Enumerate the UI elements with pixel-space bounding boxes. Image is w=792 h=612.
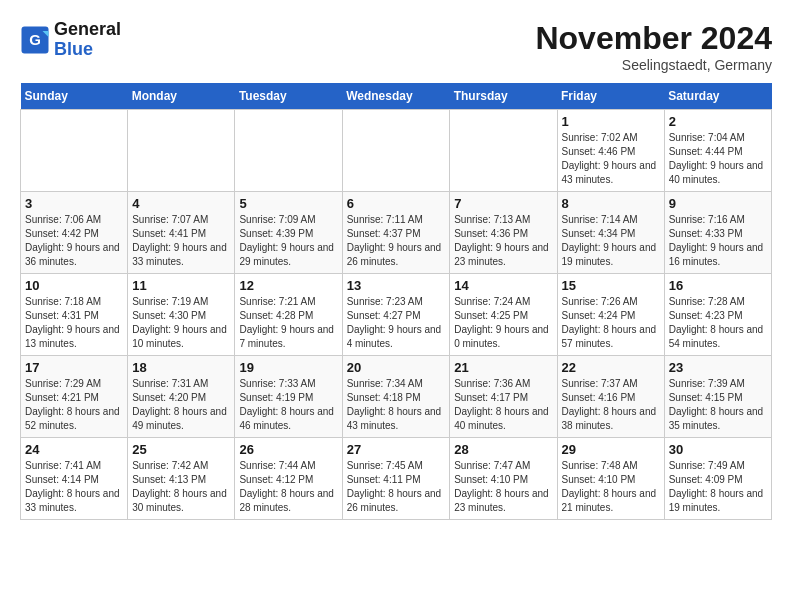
day-info: Sunrise: 7:19 AMSunset: 4:30 PMDaylight:…	[132, 295, 230, 351]
calendar-cell: 1Sunrise: 7:02 AMSunset: 4:46 PMDaylight…	[557, 110, 664, 192]
day-number: 22	[562, 360, 660, 375]
day-info: Sunrise: 7:47 AMSunset: 4:10 PMDaylight:…	[454, 459, 552, 515]
day-info: Sunrise: 7:42 AMSunset: 4:13 PMDaylight:…	[132, 459, 230, 515]
calendar-cell: 30Sunrise: 7:49 AMSunset: 4:09 PMDayligh…	[664, 438, 771, 520]
day-info: Sunrise: 7:21 AMSunset: 4:28 PMDaylight:…	[239, 295, 337, 351]
calendar-cell: 26Sunrise: 7:44 AMSunset: 4:12 PMDayligh…	[235, 438, 342, 520]
day-number: 20	[347, 360, 446, 375]
calendar-cell: 18Sunrise: 7:31 AMSunset: 4:20 PMDayligh…	[128, 356, 235, 438]
day-number: 3	[25, 196, 123, 211]
calendar-cell: 11Sunrise: 7:19 AMSunset: 4:30 PMDayligh…	[128, 274, 235, 356]
day-info: Sunrise: 7:14 AMSunset: 4:34 PMDaylight:…	[562, 213, 660, 269]
calendar-cell: 22Sunrise: 7:37 AMSunset: 4:16 PMDayligh…	[557, 356, 664, 438]
day-info: Sunrise: 7:24 AMSunset: 4:25 PMDaylight:…	[454, 295, 552, 351]
calendar-cell: 29Sunrise: 7:48 AMSunset: 4:10 PMDayligh…	[557, 438, 664, 520]
calendar-cell: 23Sunrise: 7:39 AMSunset: 4:15 PMDayligh…	[664, 356, 771, 438]
day-number: 5	[239, 196, 337, 211]
day-info: Sunrise: 7:02 AMSunset: 4:46 PMDaylight:…	[562, 131, 660, 187]
day-number: 30	[669, 442, 767, 457]
day-number: 10	[25, 278, 123, 293]
day-number: 16	[669, 278, 767, 293]
day-number: 25	[132, 442, 230, 457]
calendar-cell: 21Sunrise: 7:36 AMSunset: 4:17 PMDayligh…	[450, 356, 557, 438]
day-number: 26	[239, 442, 337, 457]
weekday-header: Monday	[128, 83, 235, 110]
calendar-cell: 6Sunrise: 7:11 AMSunset: 4:37 PMDaylight…	[342, 192, 450, 274]
day-number: 13	[347, 278, 446, 293]
calendar-cell: 20Sunrise: 7:34 AMSunset: 4:18 PMDayligh…	[342, 356, 450, 438]
day-info: Sunrise: 7:44 AMSunset: 4:12 PMDaylight:…	[239, 459, 337, 515]
calendar-cell: 16Sunrise: 7:28 AMSunset: 4:23 PMDayligh…	[664, 274, 771, 356]
day-number: 1	[562, 114, 660, 129]
day-info: Sunrise: 7:07 AMSunset: 4:41 PMDaylight:…	[132, 213, 230, 269]
calendar-cell: 25Sunrise: 7:42 AMSunset: 4:13 PMDayligh…	[128, 438, 235, 520]
title-block: November 2024 Seelingstaedt, Germany	[535, 20, 772, 73]
calendar-cell: 8Sunrise: 7:14 AMSunset: 4:34 PMDaylight…	[557, 192, 664, 274]
logo-line2: Blue	[54, 40, 121, 60]
weekday-header: Sunday	[21, 83, 128, 110]
day-info: Sunrise: 7:29 AMSunset: 4:21 PMDaylight:…	[25, 377, 123, 433]
day-info: Sunrise: 7:13 AMSunset: 4:36 PMDaylight:…	[454, 213, 552, 269]
weekday-header: Wednesday	[342, 83, 450, 110]
day-info: Sunrise: 7:28 AMSunset: 4:23 PMDaylight:…	[669, 295, 767, 351]
day-number: 4	[132, 196, 230, 211]
calendar-week-row: 24Sunrise: 7:41 AMSunset: 4:14 PMDayligh…	[21, 438, 772, 520]
day-number: 28	[454, 442, 552, 457]
calendar-cell: 28Sunrise: 7:47 AMSunset: 4:10 PMDayligh…	[450, 438, 557, 520]
calendar-cell	[128, 110, 235, 192]
calendar-cell: 10Sunrise: 7:18 AMSunset: 4:31 PMDayligh…	[21, 274, 128, 356]
calendar-cell: 24Sunrise: 7:41 AMSunset: 4:14 PMDayligh…	[21, 438, 128, 520]
day-info: Sunrise: 7:18 AMSunset: 4:31 PMDaylight:…	[25, 295, 123, 351]
day-info: Sunrise: 7:49 AMSunset: 4:09 PMDaylight:…	[669, 459, 767, 515]
calendar-week-row: 3Sunrise: 7:06 AMSunset: 4:42 PMDaylight…	[21, 192, 772, 274]
day-number: 17	[25, 360, 123, 375]
day-number: 8	[562, 196, 660, 211]
day-info: Sunrise: 7:48 AMSunset: 4:10 PMDaylight:…	[562, 459, 660, 515]
day-number: 24	[25, 442, 123, 457]
logo-icon: G	[20, 25, 50, 55]
weekday-header: Friday	[557, 83, 664, 110]
calendar-week-row: 10Sunrise: 7:18 AMSunset: 4:31 PMDayligh…	[21, 274, 772, 356]
calendar-cell: 9Sunrise: 7:16 AMSunset: 4:33 PMDaylight…	[664, 192, 771, 274]
day-info: Sunrise: 7:41 AMSunset: 4:14 PMDaylight:…	[25, 459, 123, 515]
day-number: 11	[132, 278, 230, 293]
day-info: Sunrise: 7:26 AMSunset: 4:24 PMDaylight:…	[562, 295, 660, 351]
logo: G General Blue	[20, 20, 121, 60]
day-info: Sunrise: 7:36 AMSunset: 4:17 PMDaylight:…	[454, 377, 552, 433]
day-number: 2	[669, 114, 767, 129]
day-number: 19	[239, 360, 337, 375]
day-info: Sunrise: 7:23 AMSunset: 4:27 PMDaylight:…	[347, 295, 446, 351]
day-info: Sunrise: 7:16 AMSunset: 4:33 PMDaylight:…	[669, 213, 767, 269]
day-number: 29	[562, 442, 660, 457]
day-info: Sunrise: 7:39 AMSunset: 4:15 PMDaylight:…	[669, 377, 767, 433]
page-header: G General Blue November 2024 Seelingstae…	[20, 20, 772, 73]
day-number: 9	[669, 196, 767, 211]
day-info: Sunrise: 7:04 AMSunset: 4:44 PMDaylight:…	[669, 131, 767, 187]
calendar-cell: 3Sunrise: 7:06 AMSunset: 4:42 PMDaylight…	[21, 192, 128, 274]
calendar-cell	[235, 110, 342, 192]
day-number: 6	[347, 196, 446, 211]
calendar-cell	[342, 110, 450, 192]
logo-line1: General	[54, 20, 121, 40]
day-info: Sunrise: 7:11 AMSunset: 4:37 PMDaylight:…	[347, 213, 446, 269]
calendar-cell: 12Sunrise: 7:21 AMSunset: 4:28 PMDayligh…	[235, 274, 342, 356]
day-number: 23	[669, 360, 767, 375]
month-title: November 2024	[535, 20, 772, 57]
day-info: Sunrise: 7:37 AMSunset: 4:16 PMDaylight:…	[562, 377, 660, 433]
calendar-cell	[450, 110, 557, 192]
calendar-week-row: 1Sunrise: 7:02 AMSunset: 4:46 PMDaylight…	[21, 110, 772, 192]
calendar-week-row: 17Sunrise: 7:29 AMSunset: 4:21 PMDayligh…	[21, 356, 772, 438]
calendar-cell: 17Sunrise: 7:29 AMSunset: 4:21 PMDayligh…	[21, 356, 128, 438]
calendar-cell: 4Sunrise: 7:07 AMSunset: 4:41 PMDaylight…	[128, 192, 235, 274]
day-info: Sunrise: 7:06 AMSunset: 4:42 PMDaylight:…	[25, 213, 123, 269]
weekday-header: Thursday	[450, 83, 557, 110]
weekday-header-row: SundayMondayTuesdayWednesdayThursdayFrid…	[21, 83, 772, 110]
day-info: Sunrise: 7:34 AMSunset: 4:18 PMDaylight:…	[347, 377, 446, 433]
calendar-cell: 7Sunrise: 7:13 AMSunset: 4:36 PMDaylight…	[450, 192, 557, 274]
day-number: 12	[239, 278, 337, 293]
calendar-cell: 2Sunrise: 7:04 AMSunset: 4:44 PMDaylight…	[664, 110, 771, 192]
calendar-cell: 15Sunrise: 7:26 AMSunset: 4:24 PMDayligh…	[557, 274, 664, 356]
day-info: Sunrise: 7:33 AMSunset: 4:19 PMDaylight:…	[239, 377, 337, 433]
calendar-cell: 14Sunrise: 7:24 AMSunset: 4:25 PMDayligh…	[450, 274, 557, 356]
day-info: Sunrise: 7:31 AMSunset: 4:20 PMDaylight:…	[132, 377, 230, 433]
